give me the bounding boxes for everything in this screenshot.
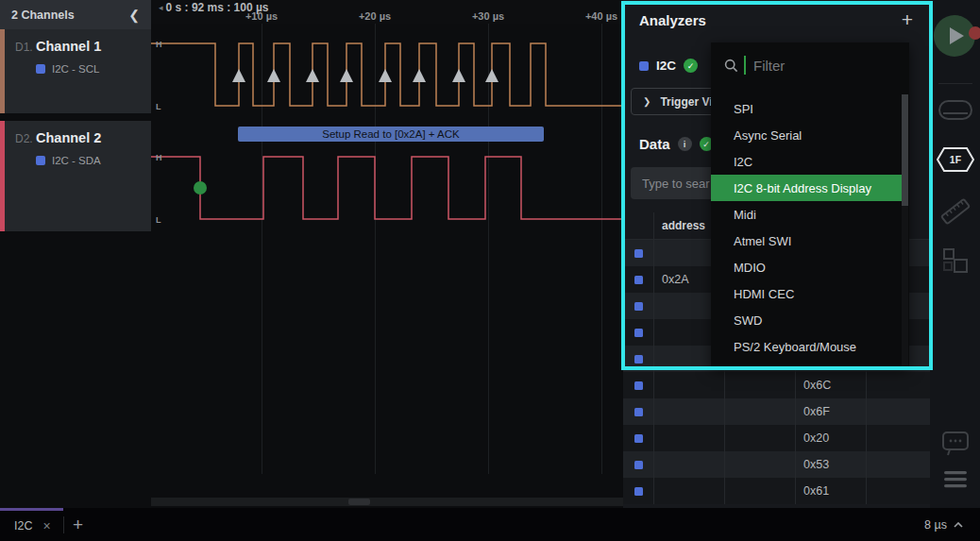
dropdown-item[interactable]: SWD [711, 307, 904, 333]
dropdown-item[interactable]: Async Serial [711, 122, 904, 148]
row-marker-icon [634, 381, 643, 390]
channel1-waveform[interactable]: HL [151, 24, 623, 113]
table-row[interactable]: 0x20 [623, 425, 930, 451]
channel-row-1[interactable]: D1. Channel 1 I2C - SCL [0, 29, 151, 113]
table-cell [866, 372, 930, 398]
run-capture-button[interactable] [934, 15, 975, 57]
table-row[interactable]: 0x6F [623, 398, 930, 425]
dropdown-item-list: SPIAsync SerialI2CI2C 8-bit Address Disp… [711, 95, 909, 360]
dropdown-item[interactable]: Atmel SWI [711, 228, 904, 254]
channel1-analyzer-swatch-icon [36, 64, 45, 74]
record-dot-icon [969, 26, 980, 40]
channel1-id: D1. [15, 41, 33, 54]
close-tab-icon[interactable]: × [42, 519, 50, 533]
channel1-name: Channel 1 [36, 39, 101, 54]
trigger-arrow-icon [379, 69, 392, 82]
timeline-tick-label: +20 µs [359, 10, 391, 22]
table-cell [724, 398, 795, 425]
collapse-sidebar-icon[interactable]: ❮ [128, 8, 140, 22]
add-tab-button[interactable]: + [64, 516, 83, 533]
start-condition-marker-icon [194, 181, 207, 194]
table-cell [653, 478, 724, 504]
marker-cell [623, 398, 653, 425]
chevron-up-icon [954, 522, 963, 528]
data-section-header: Data i [639, 136, 714, 152]
table-cell [724, 372, 795, 398]
table-cell [866, 425, 930, 451]
hex-display-icon[interactable]: 1F [930, 146, 980, 173]
tab-i2c[interactable]: I2C × [0, 508, 63, 541]
dropdown-item[interactable]: HDMI CEC [711, 280, 904, 307]
trigger-arrow-icon [267, 69, 280, 82]
timescale-control[interactable]: 8 µs [924, 508, 980, 541]
table-cell [866, 398, 930, 425]
table-row[interactable]: 0x61 [623, 478, 930, 504]
row-marker-icon [634, 434, 643, 443]
table-cell [653, 451, 724, 478]
marker-cell [623, 293, 653, 319]
add-analyzer-button[interactable]: + [902, 9, 913, 29]
row-marker-icon [634, 276, 643, 284]
trigger-arrow-icon [340, 69, 353, 82]
trigger-arrow-icon [232, 69, 245, 82]
extensions-icon[interactable] [930, 247, 980, 274]
dropdown-filter-input[interactable] [752, 57, 896, 75]
analyzer-name: I2C [656, 59, 676, 73]
table-cell: 0x6F [795, 398, 866, 425]
row-marker-icon [634, 302, 643, 311]
marker-cell [623, 478, 653, 504]
table-cell: 0x61 [795, 478, 866, 504]
waveform-area[interactable]: HL HL Setup Read to [0x2A] + ACK [151, 24, 623, 508]
horizontal-scrollbar[interactable] [151, 498, 623, 506]
channel-row-2[interactable]: D2. Channel 2 I2C - SDA [0, 121, 151, 231]
tab-label: I2C [14, 519, 32, 533]
right-toolbar: 1F [930, 0, 980, 508]
channel-sidebar: 2 Channels ❮ D1. Channel 1 I2C - SCL D2.… [0, 0, 151, 508]
marker-cell [623, 266, 653, 293]
analyzers-title: Analyzers [639, 12, 706, 28]
menu-icon[interactable] [930, 470, 980, 489]
i2c-annotation-bar[interactable]: Setup Read to [0x2A] + ACK [238, 127, 544, 142]
timeline-tick-label: +10 µs [245, 10, 278, 22]
timeline-tick-label: +30 µs [472, 10, 504, 22]
device-settings-icon[interactable] [930, 98, 980, 123]
dropdown-item[interactable]: SPI [711, 95, 904, 122]
dropdown-item[interactable]: Midi [711, 201, 904, 228]
table-row[interactable]: 0x6C [623, 372, 930, 398]
horizontal-scrollbar-thumb[interactable] [348, 499, 370, 505]
info-icon[interactable]: i [678, 137, 692, 151]
row-marker-icon [634, 461, 643, 469]
level-label: H [156, 153, 162, 162]
trigger-arrow-icon [413, 69, 426, 82]
dropdown-item[interactable]: I2C 8-bit Address Display [711, 175, 904, 201]
channel2-name: Channel 2 [36, 130, 101, 145]
dropdown-item[interactable]: PS/2 Keyboard/Mouse [711, 333, 904, 360]
dropdown-scrollbar-thumb[interactable] [902, 94, 908, 206]
timeline-left-triangle-icon: ◂ [159, 3, 163, 12]
dropdown-scrollbar[interactable] [902, 94, 908, 367]
measurement-ruler-icon[interactable] [930, 196, 980, 227]
table-cell: 0x6C [795, 372, 866, 398]
table-cell: 0x53 [795, 451, 866, 478]
row-marker-icon [634, 329, 643, 337]
channel-count-label: 2 Channels [11, 8, 75, 22]
row-marker-icon [634, 249, 643, 258]
table-row[interactable]: 0x53 [623, 451, 930, 478]
table-cell [866, 451, 930, 478]
row-marker-icon [634, 355, 643, 363]
analyzer-item-i2c[interactable]: I2C [639, 59, 698, 73]
marker-cell [623, 346, 653, 372]
table-cell [653, 372, 724, 398]
analyzer-enabled-check-icon[interactable] [684, 59, 698, 73]
timescale-value: 8 µs [924, 518, 947, 532]
timeline-ruler[interactable]: ◂ 0 s : 92 ms : 100 µs +10 µs+20 µs+30 µ… [151, 0, 623, 24]
channel2-color-strip [0, 121, 5, 231]
dropdown-item[interactable]: MDIO [711, 254, 904, 280]
timeline-tick-label: +40 µs [585, 10, 617, 22]
data-title: Data [639, 136, 670, 152]
dropdown-item[interactable]: I2C [711, 148, 904, 175]
table-cell [724, 478, 795, 504]
marker-cell [623, 319, 653, 346]
dropdown-filter-box [711, 42, 909, 88]
feedback-chat-icon[interactable] [930, 431, 980, 456]
